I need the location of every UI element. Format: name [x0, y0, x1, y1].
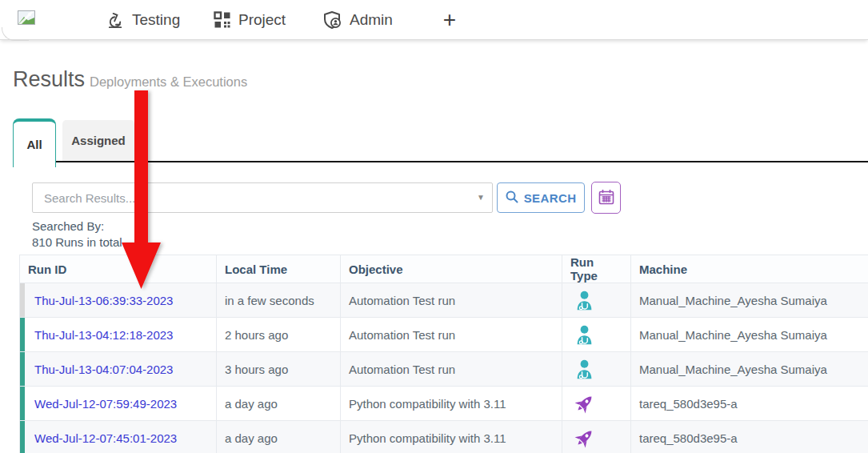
rocket-icon — [574, 427, 622, 449]
row-accent-bar — [20, 387, 25, 420]
local-time-cell: 3 hours ago — [217, 352, 341, 387]
rocket-icon — [574, 393, 622, 415]
objective-cell: Automation Test run — [341, 318, 562, 352]
tab-all-label: All — [26, 138, 42, 151]
table-row[interactable]: Wed-Jul-12-07:45:01-2023 a day ago Pytho… — [20, 421, 868, 453]
tab-assigned-label: Assigned — [71, 134, 126, 147]
tab-assigned[interactable]: Assigned — [62, 120, 134, 161]
nav-item-label: Project — [238, 11, 286, 29]
machine-cell: Manual_Machine_Ayesha Sumaiya — [631, 318, 868, 352]
row-accent-bar — [20, 421, 25, 453]
total-runs-label: 810 Runs in total — [32, 235, 122, 249]
page-title: Results — [13, 67, 85, 91]
search-input[interactable] — [32, 182, 493, 213]
search-icon — [506, 190, 518, 206]
add-tab-button[interactable]: + — [434, 5, 465, 35]
searched-by-label: Searched By: — [32, 219, 104, 233]
run-id-link[interactable]: Thu-Jul-13-06:39:33-2023 — [34, 294, 173, 307]
local-time-cell: 2 hours ago — [217, 318, 341, 352]
local-time-cell: a day ago — [217, 421, 341, 453]
col-header-run-type: Run Type — [562, 255, 631, 283]
objective-cell: Python compatibility with 3.11 — [341, 387, 562, 421]
broken-image-icon — [18, 10, 35, 28]
nav-item-label: Testing — [132, 11, 180, 29]
row-accent-bar — [20, 352, 25, 386]
row-accent-bar — [20, 283, 25, 317]
col-header-objective: Objective — [341, 255, 562, 283]
row-accent-bar — [20, 318, 25, 351]
machine-cell: tareq_580d3e95-a — [631, 421, 868, 453]
nav-item-testing[interactable]: Testing — [106, 0, 180, 40]
machine-cell: tareq_580d3e95-a — [631, 387, 868, 421]
table-header-row: Run ID Local Time Objective Run Type Mac… — [20, 255, 868, 283]
page-subtitle: Deployments & Executions — [90, 74, 247, 89]
table-row[interactable]: Thu-Jul-13-04:12:18-2023 2 hours ago Aut… — [20, 318, 868, 352]
col-header-run-id: Run ID — [20, 255, 217, 283]
table-row[interactable]: Thu-Jul-13-04:07:04-2023 3 hours ago Aut… — [20, 352, 868, 387]
run-id-link[interactable]: Wed-Jul-12-07:59:49-2023 — [34, 397, 177, 411]
tab-all[interactable]: All — [13, 118, 56, 167]
shield-user-icon — [323, 10, 342, 30]
local-time-cell: in a few seconds — [217, 283, 341, 318]
calendar-icon — [598, 189, 614, 207]
results-table: Run ID Local Time Objective Run Type Mac… — [19, 255, 868, 453]
objective-cell: Automation Test run — [341, 283, 562, 318]
page-heading: ResultsDeployments & Executions — [13, 67, 247, 92]
col-header-local-time: Local Time — [217, 255, 341, 283]
nav-corner-curve — [2, 27, 29, 41]
nav-item-project[interactable]: Project — [214, 0, 286, 40]
run-id-link[interactable]: Thu-Jul-13-04:07:04-2023 — [34, 363, 173, 376]
objective-cell: Automation Test run — [341, 352, 562, 387]
calendar-button[interactable] — [591, 182, 621, 214]
search-button[interactable]: SEARCH — [497, 182, 585, 213]
nav-item-label: Admin — [350, 11, 393, 29]
table-row[interactable]: Wed-Jul-12-07:59:49-2023 a day ago Pytho… — [20, 387, 868, 421]
microscope-icon — [106, 11, 125, 30]
doctor-person-icon — [574, 290, 622, 311]
col-header-machine: Machine — [631, 255, 868, 283]
doctor-person-icon — [574, 359, 622, 380]
machine-cell: Manual_Machine_Ayesha Sumaiya — [631, 352, 868, 387]
qr-grid-icon — [214, 11, 231, 29]
search-button-label: SEARCH — [524, 191, 577, 205]
results-tab-bar: All Assigned — [13, 118, 868, 162]
run-id-link[interactable]: Wed-Jul-12-07:45:01-2023 — [34, 431, 177, 445]
objective-cell: Python compatibility with 3.11 — [341, 421, 562, 453]
table-row[interactable]: Thu-Jul-13-06:39:33-2023 in a few second… — [20, 283, 868, 318]
run-id-link[interactable]: Thu-Jul-13-04:12:18-2023 — [34, 328, 173, 342]
doctor-person-icon — [574, 324, 622, 346]
machine-cell: Manual_Machine_Ayesha Sumaiya — [631, 283, 868, 318]
nav-item-admin[interactable]: Admin — [323, 0, 393, 40]
top-nav-bar: Testing Project Admin + — [0, 0, 868, 40]
local-time-cell: a day ago — [217, 387, 341, 421]
